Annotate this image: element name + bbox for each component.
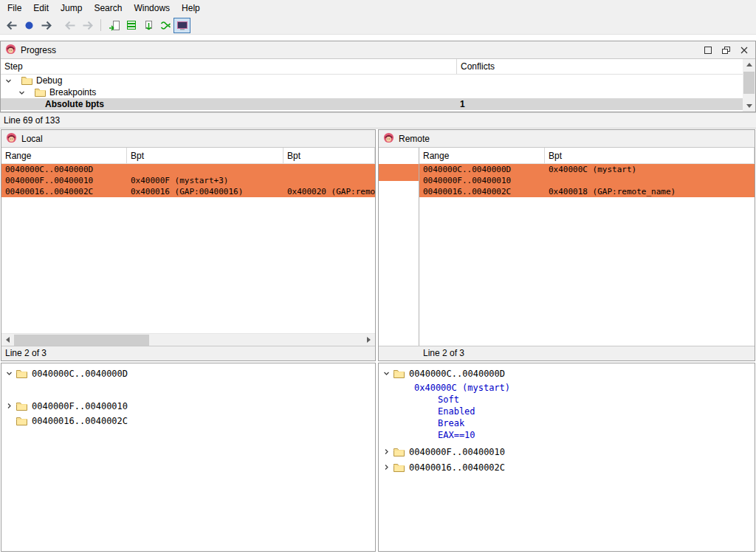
table-row[interactable]: 00400016..0040002C 0x400016 (GAP:0040001… [1,186,375,197]
tree-row-breakpoints[interactable]: Breakpoints [1,86,743,98]
local-title: Local [21,134,43,144]
segments-icon[interactable] [123,18,140,33]
local-hscrollbar[interactable] [1,333,375,346]
maximize-button[interactable] [704,47,712,54]
scroll-left-icon[interactable] [1,334,14,346]
chevron-right-icon[interactable] [6,403,16,409]
toolbar-separator [100,19,101,31]
cell-bpt-2 [284,164,375,175]
close-icon[interactable] [740,47,748,54]
vscroll-thumb[interactable] [743,72,755,94]
scroll-up-icon[interactable] [743,59,755,70]
tree-row-absolute-bpts[interactable]: Absolute bpts 1 [1,98,743,110]
bpt-detail-prop[interactable]: Soft [379,394,755,406]
menu-search[interactable]: Search [88,1,128,16]
jump-down-icon[interactable] [140,18,157,33]
scroll-right-icon[interactable] [362,334,375,346]
float-button[interactable] [722,47,730,54]
tree-item[interactable]: 00400016..0040002C [379,461,755,473]
column-range[interactable]: Range [1,148,127,163]
tree-item[interactable]: 0040000C..0040000D [379,367,755,380]
cell-bpt-1: 0x40000F (mystart+3) [127,175,284,186]
app-icon [383,132,394,146]
scroll-down-icon[interactable] [743,100,755,112]
app-icon [6,132,17,146]
tree-row-label: Breakpoints [49,87,96,98]
remote-titlebar[interactable]: Remote [379,130,755,148]
column-bpt-1[interactable]: Bpt [127,148,284,163]
progress-title: Progress [21,45,56,55]
progress-header: Step Conflicts [1,59,755,75]
cell-range: 0040000C..0040000D [1,164,127,175]
bpt-detail-prop[interactable]: Enabled [379,406,755,417]
tree-item[interactable]: 0040000C..0040000D [1,367,375,380]
table-row[interactable]: 0040000F..00400010 [419,175,755,186]
cell-bpt: 0x400018 (GAP:remote_name) [545,186,755,197]
local-titlebar[interactable]: Local [1,130,375,148]
diff-marker[interactable] [379,164,419,181]
chevron-right-icon[interactable] [383,464,394,471]
remote-table: Range Bpt 0040000C..0040000D 0x40000C (m… [419,148,755,346]
table-row[interactable]: 0040000C..0040000D 0x40000C (mystart) [419,164,755,175]
bpt-detail-address[interactable]: 0x40000C (mystart) [379,382,755,394]
local-window: Local Range Bpt Bpt 0040000C..0040000D 0… [1,129,376,361]
column-step[interactable]: Step [1,59,457,74]
windows-list-icon[interactable] [173,18,190,33]
folder-icon [394,463,405,472]
main-toolbar [0,16,756,35]
cell-range: 0040000F..00400010 [1,175,127,186]
chevron-down-icon[interactable] [383,370,394,377]
tree-item[interactable]: 0040000F..00400010 [1,400,375,412]
swap-icon[interactable] [157,18,173,33]
cell-bpt-1: 0x400016 (GAP:00400016) [127,186,284,197]
tree-item[interactable]: 00400016..0040002C [1,414,375,427]
table-row[interactable]: 00400016..0040002C 0x400018 (GAP:remote_… [419,186,755,197]
progress-titlebar[interactable]: Progress [1,41,755,59]
chevron-down-icon[interactable] [18,89,25,96]
table-row[interactable]: 0040000F..00400010 0x40000F (mystart+3) [1,175,375,186]
chevron-down-icon[interactable] [5,78,12,84]
cell-range: 00400016..0040002C [419,186,545,197]
menu-edit[interactable]: Edit [27,1,55,16]
tree-item-label: 0040000C..0040000D [32,369,128,379]
menu-windows[interactable]: Windows [128,1,176,16]
tree-item-label: 0040000F..00400010 [409,447,505,457]
jump-window-icon[interactable] [106,18,123,33]
folder-icon [16,369,27,378]
table-row[interactable]: 0040000C..0040000D [1,164,375,175]
nav-forward-icon[interactable] [38,18,55,33]
cell-bpt-2 [284,175,375,186]
folder-icon [16,402,27,411]
diff-overview-strip[interactable] [379,148,419,346]
remote-table-header: Range Bpt [419,148,755,164]
column-range[interactable]: Range [419,148,545,163]
chevron-down-icon[interactable] [6,370,16,377]
hscroll-thumb[interactable] [14,335,149,346]
vscroll-track[interactable] [743,70,755,100]
cell-range: 0040000F..00400010 [419,175,545,186]
remote-title: Remote [399,134,430,144]
tree-row-debug[interactable]: Debug [1,75,743,86]
column-bpt[interactable]: Bpt [545,148,755,163]
progress-status: Line 69 of 133 [0,112,756,129]
nav-back-disabled-icon[interactable] [62,18,79,33]
tree-spacer [1,380,375,400]
tree-item-label: 00400016..0040002C [32,416,128,426]
cell-range: 00400016..0040002C [1,186,127,197]
chevron-right-icon[interactable] [383,448,394,455]
progress-vscrollbar[interactable] [743,59,755,112]
bpt-detail-prop[interactable]: Break [379,417,755,429]
menu-help[interactable]: Help [176,1,206,16]
current-position-icon[interactable] [21,18,38,33]
conflicts-count: 1 [460,99,465,109]
bpt-detail-prop[interactable]: EAX==10 [379,429,755,441]
nav-forward-disabled-icon[interactable] [79,18,96,33]
nav-back-icon[interactable] [4,18,21,33]
column-bpt-2[interactable]: Bpt [284,148,375,163]
column-conflicts[interactable]: Conflicts [457,59,755,74]
menu-jump[interactable]: Jump [55,1,88,16]
remote-content: Range Bpt 0040000C..0040000D 0x40000C (m… [379,148,755,346]
menu-file[interactable]: File [1,1,27,16]
remote-status: Line 2 of 3 [379,346,755,360]
tree-item[interactable]: 0040000F..00400010 [379,445,755,458]
